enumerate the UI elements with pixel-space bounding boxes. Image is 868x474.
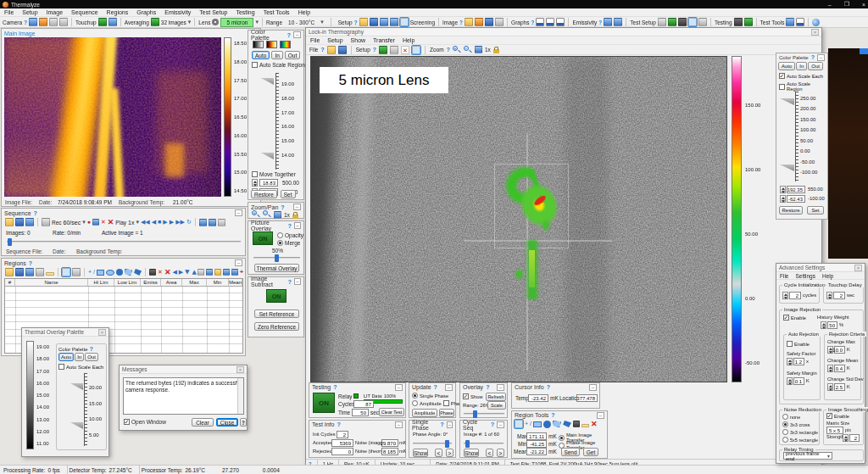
set-button[interactable]: Set bbox=[807, 206, 824, 215]
collapse-icon[interactable]: – bbox=[497, 384, 504, 391]
menu-item[interactable]: Graphs bbox=[136, 9, 156, 15]
out-button[interactable]: Out bbox=[285, 51, 300, 59]
sequence-slider[interactable] bbox=[7, 241, 241, 243]
copy-icon[interactable] bbox=[206, 269, 213, 276]
ellipse-tool-icon[interactable] bbox=[106, 270, 114, 276]
regions-image-icon[interactable] bbox=[25, 268, 34, 276]
delete-region-icon[interactable]: ✕ bbox=[591, 420, 598, 428]
rect-tool-icon[interactable] bbox=[97, 270, 104, 276]
open-window-checkbox[interactable]: ✓ bbox=[124, 419, 130, 425]
freehand-tool-icon[interactable] bbox=[563, 421, 571, 427]
file-help-icon[interactable]: ? bbox=[320, 47, 324, 53]
testing-help-icon[interactable]: ? bbox=[333, 384, 337, 390]
test-setup-probe-icon[interactable] bbox=[678, 18, 687, 26]
sequence-tool2-icon[interactable] bbox=[209, 219, 216, 226]
safety-margin-field[interactable]: 0.1 bbox=[793, 377, 804, 385]
overlay-range-slider[interactable] bbox=[464, 413, 504, 415]
freehand-tool-icon[interactable] bbox=[134, 269, 142, 276]
sequence-film-icon[interactable] bbox=[25, 218, 34, 226]
nudge-left-icon[interactable]: ◀ bbox=[172, 268, 176, 276]
snapshot-icon[interactable] bbox=[92, 219, 99, 226]
lower-limit-slider[interactable] bbox=[261, 153, 274, 159]
averaging-value[interactable]: 32 images bbox=[161, 20, 186, 25]
play-dropdown-icon[interactable]: ▾ bbox=[136, 218, 139, 226]
refresh-button[interactable]: Refresh bbox=[486, 393, 506, 401]
overlay-on-button[interactable]: ON bbox=[253, 231, 273, 245]
collapse-icon[interactable]: – bbox=[293, 31, 301, 38]
zoom-1x-button[interactable]: 1x bbox=[284, 212, 290, 218]
phase-button[interactable]: Phase bbox=[439, 409, 454, 417]
maximize-button[interactable]: ❐ bbox=[844, 1, 849, 8]
cycle-slider-knob[interactable] bbox=[465, 440, 470, 448]
delete-region-icon[interactable]: ✕ bbox=[158, 268, 163, 276]
prev-button[interactable]: < bbox=[435, 449, 442, 457]
menu-item[interactable]: Help bbox=[298, 9, 310, 15]
cycle-slider[interactable] bbox=[464, 443, 504, 444]
noise-none-radio[interactable] bbox=[782, 414, 788, 420]
col-emiss[interactable]: Emiss bbox=[141, 279, 161, 286]
region-tools-help-icon[interactable]: ? bbox=[551, 412, 554, 418]
touchup-target-icon[interactable] bbox=[108, 18, 117, 26]
col-max[interactable]: Max bbox=[182, 279, 207, 286]
menu-item[interactable]: Test Setup bbox=[199, 9, 227, 15]
lens-value[interactable]: 5 micron bbox=[220, 18, 253, 27]
menu-item[interactable]: Show bbox=[351, 37, 366, 43]
pan-icon[interactable] bbox=[274, 211, 281, 219]
send-button[interactable]: Send bbox=[561, 448, 580, 456]
upper-limit-slider[interactable] bbox=[261, 78, 274, 85]
regions-minus-icon[interactable] bbox=[46, 272, 54, 276]
crosshair-tool-icon[interactable]: + bbox=[88, 268, 92, 276]
change-mean-spinner[interactable] bbox=[827, 365, 833, 372]
messages-scrollbar[interactable] bbox=[237, 378, 243, 414]
test-setup-flag-icon[interactable] bbox=[658, 18, 666, 26]
menu-item[interactable]: File bbox=[780, 273, 788, 279]
next-button[interactable]: > bbox=[446, 449, 453, 457]
flag-icon[interactable] bbox=[149, 269, 156, 276]
collapse-icon[interactable]: – bbox=[817, 54, 825, 61]
hi-value-field[interactable]: 192.35 bbox=[787, 186, 805, 193]
touchup-delay-spinner[interactable] bbox=[826, 292, 832, 299]
nudge-down-icon[interactable]: ▶ bbox=[189, 270, 198, 274]
overlay-range-knob[interactable] bbox=[473, 410, 477, 418]
lockin-thermal-image[interactable]: 5 micron Lens bbox=[310, 56, 727, 382]
testing-run-icon[interactable] bbox=[744, 18, 753, 26]
restore-button[interactable]: Restore bbox=[251, 190, 277, 198]
setup-help-icon[interactable]: ? bbox=[373, 47, 376, 53]
zero-reference-button[interactable]: Zero Reference bbox=[254, 322, 299, 331]
zoom-in-icon[interactable]: + bbox=[252, 210, 260, 219]
camera-help-icon[interactable]: ? bbox=[24, 20, 27, 25]
col-num[interactable]: # bbox=[5, 279, 15, 286]
out-button[interactable]: Out bbox=[85, 353, 98, 361]
next-icon[interactable]: ▶ bbox=[170, 218, 174, 226]
setup-lockin-icon[interactable] bbox=[400, 18, 409, 26]
upper-limit-slider[interactable] bbox=[70, 383, 83, 390]
collapse-icon[interactable]: – bbox=[447, 421, 453, 428]
menu-item[interactable]: Testing bbox=[236, 9, 254, 15]
averaging-dropdown-icon[interactable]: ▾ bbox=[188, 18, 192, 26]
history-weight-field[interactable]: 50 bbox=[827, 321, 837, 329]
zoom-out-icon[interactable]: − bbox=[464, 46, 472, 54]
menu-item[interactable]: Help bbox=[822, 273, 833, 279]
collapse-icon[interactable]: – bbox=[395, 421, 403, 428]
col-area[interactable]: Area bbox=[161, 279, 182, 286]
test-setup-extra-icon[interactable] bbox=[698, 18, 707, 26]
sequence-tool3-icon[interactable] bbox=[218, 219, 225, 226]
image-save-icon[interactable] bbox=[485, 18, 493, 26]
touchup-on-icon[interactable] bbox=[98, 18, 107, 26]
safety-factor-field[interactable]: 1.2 bbox=[793, 358, 804, 365]
collapse-icon[interactable]: – bbox=[293, 204, 301, 210]
hi-value-field[interactable]: 18.83 bbox=[259, 179, 278, 187]
stop-icon[interactable]: ■ bbox=[158, 218, 161, 226]
overlay-palette-help-icon[interactable]: ? bbox=[90, 346, 93, 352]
upper-limit-slider[interactable] bbox=[780, 98, 794, 105]
main-thermal-image[interactable] bbox=[4, 37, 221, 197]
subtract-on-button[interactable]: ON bbox=[266, 289, 287, 303]
sequence-help-icon[interactable]: ? bbox=[34, 210, 37, 216]
testing-trafficlight-icon[interactable] bbox=[734, 18, 743, 26]
col-lowlim[interactable]: Low Lim bbox=[114, 279, 141, 286]
camera-flash-icon[interactable] bbox=[39, 18, 47, 26]
palette-help-icon[interactable]: ? bbox=[287, 32, 291, 38]
sequence-save-icon[interactable] bbox=[15, 218, 24, 226]
grayscale-palette-swatch[interactable] bbox=[253, 41, 264, 48]
in-button[interactable]: In bbox=[796, 62, 807, 70]
